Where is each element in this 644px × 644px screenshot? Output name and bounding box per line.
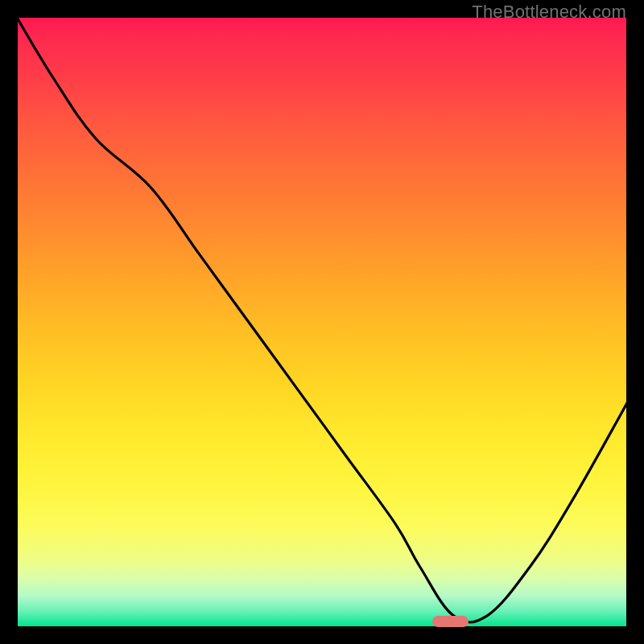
- chart-container: TheBottleneck.com: [0, 0, 644, 644]
- watermark-text: TheBottleneck.com: [472, 2, 626, 23]
- optimal-marker: [432, 616, 469, 627]
- plot-area: [16, 16, 628, 628]
